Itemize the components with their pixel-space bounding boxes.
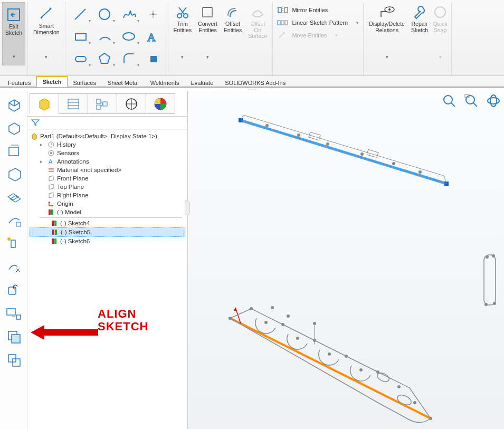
plane-tool[interactable] (141, 49, 165, 69)
offset-on-surface-button: Offset On Surface (245, 2, 270, 65)
smart-dimension-icon (37, 4, 55, 22)
sketch-cursor-button[interactable] (5, 258, 23, 276)
tree-root-label: Part1 (Default<<Default>_Display State 1… (40, 133, 157, 139)
point-tool[interactable] (141, 4, 165, 24)
filter-icon[interactable] (31, 119, 40, 126)
property-manager-tab[interactable] (59, 93, 88, 114)
tree-right-plane[interactable]: Right Plane (30, 191, 185, 199)
tree-sketch4[interactable]: (-) Sketch4 (30, 219, 185, 227)
svg-rect-60 (55, 230, 57, 235)
tree-model[interactable]: (-) Model (30, 208, 185, 216)
appearance-tab[interactable] (146, 93, 175, 114)
feature-11-button[interactable] (5, 351, 23, 369)
tab-sketch[interactable]: Sketch (36, 76, 67, 87)
rectangle-tool[interactable]: ▾ (69, 26, 92, 46)
tools-button[interactable] (5, 281, 23, 299)
svg-rect-23 (9, 147, 18, 156)
dropdown-caret-icon[interactable]: ▾ (45, 55, 47, 60)
tree-history[interactable]: ▸ History (30, 140, 185, 149)
dimxpert-tab[interactable] (117, 93, 146, 114)
convert-entities-button[interactable]: Convert Entities ▾ (195, 2, 221, 65)
zoom-area-icon[interactable] (464, 93, 479, 108)
feature-6-button[interactable] (5, 212, 23, 230)
panel-collapse-nub[interactable] (185, 201, 190, 215)
config-manager-tab[interactable] (88, 93, 117, 114)
mirror-icon (277, 5, 289, 15)
text-tool[interactable]: A (141, 26, 165, 46)
plane-icon (47, 183, 55, 190)
extrude-boss-button[interactable] (5, 96, 23, 113)
plane-icon (47, 192, 55, 199)
tree-material[interactable]: Material <not specified> (30, 166, 185, 174)
plane-icon (47, 175, 55, 182)
revolve-boss-button[interactable] (5, 119, 23, 137)
svg-rect-26 (11, 240, 15, 247)
display-relations-button[interactable]: Display/Delete Relations ▾ (366, 2, 408, 65)
svg-point-6 (123, 33, 135, 40)
circle-tool[interactable]: ▾ (93, 4, 116, 24)
slot-tool[interactable]: ▾ (69, 49, 92, 69)
spline-tool[interactable]: ▾ (117, 4, 140, 24)
smart-dimension-button[interactable]: Smart Dimension ▾ (30, 2, 63, 65)
tree-origin[interactable]: Origin (30, 199, 185, 208)
offset-entities-button[interactable]: Offset Entities (221, 2, 245, 65)
fillet-tool[interactable]: ▾ (117, 49, 140, 69)
polygon-tool[interactable]: ▾ (93, 49, 116, 69)
repair-sketch-button[interactable]: Repair Sketch (408, 2, 431, 65)
tab-surfaces[interactable]: Surfaces (68, 78, 102, 87)
svg-point-27 (7, 237, 11, 241)
sketch-side-geometry (480, 250, 501, 313)
linear-pattern-button[interactable]: Linear Sketch Pattern ▾ (277, 18, 359, 27)
feature-5-button[interactable] (5, 188, 23, 206)
feature-10-button[interactable] (5, 328, 23, 346)
svg-point-12 (177, 14, 182, 18)
trim-entities-button[interactable]: Trim Entities ▾ (170, 2, 195, 65)
graphics-viewport[interactable] (188, 91, 504, 429)
svg-rect-36 (68, 99, 79, 109)
feature-7-button[interactable] (5, 235, 23, 253)
svg-point-86 (229, 317, 232, 320)
tree-front-plane[interactable]: Front Plane (30, 174, 185, 183)
align-sketch-button[interactable] (5, 304, 23, 322)
tab-sheet-metal[interactable]: Sheet Metal (102, 78, 145, 87)
sensors-icon (47, 149, 55, 157)
feature-4-button[interactable] (5, 165, 23, 183)
svg-point-89 (281, 323, 284, 326)
svg-marker-107 (31, 325, 98, 340)
tree-top-plane[interactable]: Top Plane (30, 183, 185, 191)
tree-sketch6[interactable]: (-) Sketch6 (30, 237, 185, 245)
annotations-icon: A (47, 158, 55, 165)
dropdown-caret-icon[interactable]: ▾ (13, 54, 15, 60)
panel-drag-handle[interactable]: ⋯⋯ (0, 88, 504, 91)
feature-tree-tab[interactable] (30, 93, 59, 114)
svg-point-83 (396, 393, 413, 407)
tab-addins[interactable]: SOLIDWORKS Add-Ins (219, 78, 291, 87)
svg-point-69 (490, 95, 497, 107)
offset-surf-icon (250, 4, 265, 20)
view-orientation-icon[interactable] (486, 93, 501, 108)
origin-icon (47, 200, 55, 207)
tab-evaluate[interactable]: Evaluate (185, 78, 219, 87)
line-tool[interactable]: ▾ (69, 4, 92, 24)
eye-perp-icon (378, 4, 396, 20)
arc-tool[interactable]: ▾ (93, 26, 116, 46)
ribbon: Exit Sketch ▾ Smart Dimension ▾ ▾ ▾ ▾ ▾ … (0, 0, 504, 76)
svg-point-78 (419, 170, 422, 174)
svg-rect-18 (281, 21, 284, 25)
mirror-entities-button[interactable]: Mirror Entities (277, 5, 359, 15)
tree-sketch5[interactable]: (-) Sketch5 (30, 227, 185, 237)
tab-weldments[interactable]: Weldments (145, 78, 185, 87)
tab-features[interactable]: Features (2, 78, 36, 87)
snap-icon (432, 4, 448, 20)
exit-sketch-button[interactable]: Exit Sketch ▾ (2, 2, 25, 65)
tree-annotations[interactable]: ▸ A Annotations (30, 157, 185, 166)
sketch-status-icon (51, 228, 59, 236)
feature-3-button[interactable] (5, 142, 23, 160)
tree-sensors[interactable]: Sensors (30, 149, 185, 157)
convert-icon (199, 4, 215, 20)
smart-dimension-label: Smart Dimension (33, 23, 60, 35)
offset-icon (225, 4, 241, 20)
tree-root[interactable]: Part1 (Default<<Default>_Display State 1… (30, 132, 185, 140)
expander-icon[interactable]: ▸ (40, 142, 45, 147)
ellipse-tool[interactable]: ▾ (117, 26, 140, 46)
